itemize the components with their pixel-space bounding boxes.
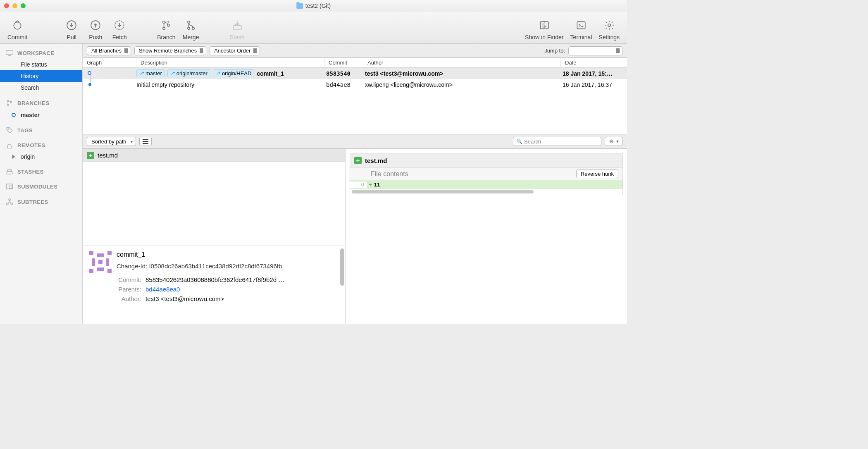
branches-icon xyxy=(5,99,14,107)
svg-point-4 xyxy=(163,27,165,29)
file-name: test.md xyxy=(98,152,118,159)
disclosure-triangle-icon xyxy=(12,155,15,159)
commit-table-header: Graph Description Commit Author Date xyxy=(83,58,627,68)
svg-rect-35 xyxy=(89,269,93,273)
branch-button[interactable]: Branch xyxy=(154,15,179,41)
sidebar-heading-remotes[interactable]: REMOTES xyxy=(0,140,82,151)
reverse-hunk-button[interactable]: Reverse hunk xyxy=(576,170,618,178)
finder-icon xyxy=(539,17,550,33)
ref-tag-master[interactable]: ⎇master xyxy=(136,69,165,77)
window-controls xyxy=(4,3,26,8)
toolbar: Commit Pull Push Fetch xyxy=(0,12,627,44)
col-author[interactable]: Author xyxy=(363,58,561,67)
order-filter-combo[interactable]: Ancestor Order ▴▾ xyxy=(210,46,260,55)
minimize-window-button[interactable] xyxy=(12,3,17,8)
ref-tag-origin-master[interactable]: ⎇origin/master xyxy=(167,69,210,77)
window-title-text: test2 (Git) xyxy=(305,2,331,9)
svg-rect-10 xyxy=(233,26,241,29)
commit-description: Initial empty repository xyxy=(136,81,194,88)
branch-filter-value: All Branches xyxy=(91,48,122,54)
file-list-area xyxy=(83,162,345,246)
sidebar-heading-submodules[interactable]: SUBMODULES xyxy=(0,181,82,192)
diff-card: ＋ test.md File contents Reverse hunk 0 +… xyxy=(350,153,623,195)
fetch-label: Fetch xyxy=(112,34,127,41)
show-in-finder-button[interactable]: Show in Finder xyxy=(522,15,567,41)
commit-table-rows: ⎇master ⎇origin/master ⎇origin/HEAD comm… xyxy=(83,68,627,134)
pull-button[interactable]: Pull xyxy=(60,15,83,41)
col-commit[interactable]: Commit xyxy=(324,58,363,67)
sidebar-item-branch-master[interactable]: master xyxy=(0,109,82,121)
detail-change-id: Change-Id: I0508dc26ab63b411cec438d92df2… xyxy=(89,263,339,270)
diff-line[interactable]: 0 + 11 xyxy=(350,180,622,189)
show-in-finder-label: Show in Finder xyxy=(525,34,563,41)
jump-to-label: Jump to: xyxy=(544,48,565,54)
svg-rect-12 xyxy=(577,21,585,29)
commit-button[interactable]: Commit xyxy=(4,15,31,41)
pull-label: Pull xyxy=(67,34,76,41)
sidebar-heading-stashes[interactable]: STASHES xyxy=(0,166,82,177)
file-options-button[interactable]: ▼ xyxy=(605,137,623,146)
list-view-button[interactable] xyxy=(139,137,152,146)
svg-rect-32 xyxy=(106,258,109,266)
branch-master-label: master xyxy=(21,112,40,118)
diff-plus-icon: + xyxy=(367,182,374,188)
commit-detail: commit_1 Change-Id: I0508dc26ab63b411cec… xyxy=(83,246,345,324)
app-window: test2 (Git) Commit Pull xyxy=(0,0,627,324)
detail-parents-label: Parents: xyxy=(89,286,145,293)
hunk-title: File contents xyxy=(371,170,408,178)
sidebar-item-file-status[interactable]: File status xyxy=(0,59,82,70)
push-button[interactable]: Push xyxy=(83,15,107,41)
detail-commit-hash: 85835402629a03608880bfe362fde6417f8f9b2d… xyxy=(145,276,339,283)
diff-line-content: 11 xyxy=(374,182,380,188)
merge-button[interactable]: Merge xyxy=(179,15,203,41)
col-description[interactable]: Description xyxy=(136,58,324,67)
remote-filter-combo[interactable]: Show Remote Branches ▴▾ xyxy=(134,46,206,55)
commit-author: xw.lipeng <lipeng@microwu.com> xyxy=(363,81,561,88)
branch-filter-combo[interactable]: All Branches ▴▾ xyxy=(87,46,131,55)
sort-dropdown[interactable]: Sorted by path xyxy=(87,137,136,146)
svg-point-5 xyxy=(163,21,165,23)
table-row[interactable]: Initial empty repository bd44ae8 xw.lipe… xyxy=(83,79,627,90)
remote-origin-label: origin xyxy=(21,153,35,160)
file-search-input[interactable] xyxy=(513,137,601,146)
commit-date: 16 Jan 2017, 16:37 xyxy=(561,81,627,88)
remotes-heading-text: REMOTES xyxy=(17,142,45,148)
terminal-button[interactable]: Terminal xyxy=(567,15,596,41)
svg-rect-22 xyxy=(9,186,12,189)
file-tab[interactable]: ＋ test.md xyxy=(83,149,345,162)
sidebar-heading-branches[interactable]: BRANCHES xyxy=(0,97,82,109)
branch-icon xyxy=(161,17,172,33)
branches-heading-text: BRANCHES xyxy=(17,100,50,106)
sidebar-item-history[interactable]: History xyxy=(0,70,82,82)
sidebar-heading-subtrees[interactable]: SUBTREES xyxy=(0,196,82,208)
hunk-header: File contents Reverse hunk xyxy=(350,167,622,180)
scrollbar[interactable] xyxy=(340,248,344,286)
branch-ref-icon: ⎇ xyxy=(138,71,144,76)
ref-tag-origin-head[interactable]: ⎇origin/HEAD xyxy=(213,69,255,77)
sidebar-heading-workspace: WORKSPACE xyxy=(0,47,82,59)
fetch-button[interactable]: Fetch xyxy=(107,15,131,41)
detail-parent-link[interactable]: bd44ae8ea0 xyxy=(145,286,180,293)
stash-icon xyxy=(232,17,243,33)
maximize-window-button[interactable] xyxy=(21,3,26,8)
table-row[interactable]: ⎇master ⎇origin/master ⎇origin/HEAD comm… xyxy=(83,68,627,79)
jump-to-combo[interactable]: ▴▾ xyxy=(568,46,623,55)
sidebar-heading-tags[interactable]: TAGS xyxy=(0,124,82,136)
stash-button[interactable]: Stash xyxy=(225,15,249,41)
close-window-button[interactable] xyxy=(4,3,9,8)
svg-rect-30 xyxy=(97,253,104,257)
remote-filter-value: Show Remote Branches xyxy=(139,48,197,54)
sidebar-item-remote-origin[interactable]: origin xyxy=(0,151,82,162)
search-icon: 🔍 xyxy=(516,139,522,144)
svg-rect-14 xyxy=(6,50,13,55)
diff-line-number: 0 xyxy=(350,182,367,188)
content: All Branches ▴▾ Show Remote Branches ▴▾ … xyxy=(83,44,627,324)
col-date[interactable]: Date xyxy=(561,58,627,67)
branch-ref-icon: ⎇ xyxy=(169,71,175,76)
sidebar-item-search[interactable]: Search xyxy=(0,82,82,93)
diff-horizontal-scrollbar[interactable] xyxy=(350,189,622,195)
col-graph[interactable]: Graph xyxy=(83,58,136,67)
svg-point-25 xyxy=(11,203,13,205)
commit-hash: 8583540 xyxy=(324,70,363,77)
settings-button[interactable]: Settings xyxy=(595,15,623,41)
